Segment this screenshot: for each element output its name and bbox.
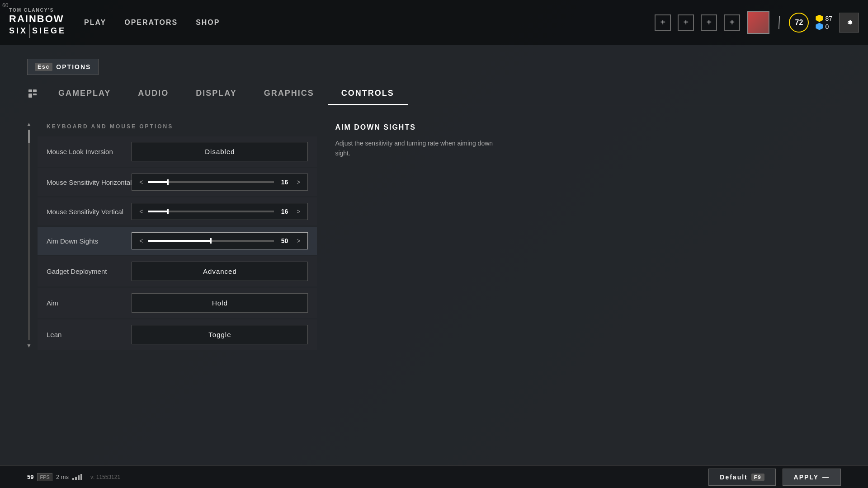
tab-graphics[interactable]: GRAPHICS — [250, 84, 328, 105]
setting-control-aim: Hold — [132, 293, 308, 313]
setting-control-aim-down-sights: < 50 > — [132, 232, 308, 249]
slider-value: 50 — [278, 237, 291, 244]
svg-rect-3 — [33, 94, 37, 95]
slider-fill — [148, 240, 210, 242]
mouse-look-inversion-dropdown[interactable]: Disabled — [132, 142, 308, 161]
r6-credits-icon — [816, 15, 823, 22]
apply-label: APPLY — [794, 474, 819, 481]
slider-fill — [148, 181, 167, 183]
nav-play[interactable]: PLAY — [84, 19, 106, 27]
scroll-track — [28, 130, 30, 340]
tab-audio[interactable]: AUDIO — [124, 84, 182, 105]
controls-icon — [27, 88, 38, 101]
nav-shop[interactable]: SHOP — [196, 19, 220, 27]
tab-gameplay[interactable]: GAMEPLAY — [45, 84, 124, 105]
plus-button-4[interactable]: + — [724, 14, 740, 31]
setting-row-mouse-look-inversion: Mouse Look Inversion Disabled — [38, 136, 317, 167]
slider-track — [148, 211, 274, 212]
plus-button-3[interactable]: + — [701, 14, 717, 31]
tab-navigation: GAMEPLAY AUDIO DISPLAY GRAPHICS CONTROLS — [27, 84, 841, 105]
default-button[interactable]: Default F9 — [708, 469, 775, 486]
nav-links: PLAY OPERATORS SHOP — [84, 19, 220, 27]
avatar[interactable] — [747, 11, 769, 34]
setting-label-aim: Aim — [47, 299, 132, 307]
setting-row-mouse-sensitivity-vertical: Mouse Sensitivity Vertical < 16 > — [38, 197, 317, 225]
options-label: OPTIONS — [56, 63, 91, 70]
default-key-badge: F9 — [751, 474, 764, 481]
setting-row-gadget-deployment: Gadget Deployment Advanced — [38, 256, 317, 286]
ping-bar-3 — [78, 475, 80, 480]
gadget-deployment-dropdown[interactable]: Advanced — [132, 262, 308, 281]
setting-control-mouse-sensitivity-horizontal: < 16 > — [132, 174, 308, 191]
info-text: Adjust the sensitivity and turning rate … — [335, 138, 507, 159]
slider-left-arrow[interactable]: < — [137, 208, 145, 215]
svg-rect-1 — [33, 89, 37, 92]
slider-right-arrow[interactable]: > — [295, 208, 302, 215]
plus-button-1[interactable]: + — [655, 14, 671, 31]
lean-dropdown[interactable]: Toggle — [132, 325, 308, 344]
apply-button[interactable]: APPLY — — [783, 469, 841, 486]
currency-area: 87 0 — [816, 15, 832, 30]
bottom-bar: 59 FPS 2 ms v: 11553121 Default F9 APPLY… — [0, 465, 868, 488]
slider-pip — [167, 209, 169, 214]
tab-display[interactable]: DISPLAY — [182, 84, 250, 105]
ping-bar-2 — [75, 477, 77, 480]
scroll-up-arrow[interactable]: ▲ — [26, 121, 32, 127]
scrollbar[interactable]: ▲ ▼ — [27, 119, 31, 351]
setting-row-mouse-sensitivity-horizontal: Mouse Sensitivity Horizontal < 16 > — [38, 168, 317, 196]
setting-label-lean: Lean — [47, 331, 132, 338]
currency-blue: 0 — [816, 23, 832, 30]
gear-icon — [844, 18, 854, 27]
ping-bar-1 — [72, 478, 74, 480]
logo: TOM CLANCY'S RAINBOW SIX SIEGE — [9, 7, 66, 38]
info-title: AIM DOWN SIGHTS — [335, 123, 507, 131]
scroll-thumb[interactable] — [28, 130, 30, 143]
setting-control-gadget-deployment: Advanced — [132, 262, 308, 281]
slider-value: 16 — [278, 178, 291, 186]
aim-dropdown[interactable]: Hold — [132, 293, 308, 313]
slider-fill — [148, 211, 167, 212]
slider-track — [148, 240, 274, 242]
tab-controls[interactable]: CONTROLS — [328, 84, 408, 105]
setting-control-mouse-sensitivity-vertical: < 16 > — [132, 203, 308, 220]
mouse-sensitivity-horizontal-slider[interactable]: < 16 > — [132, 174, 308, 191]
nav-right: + + + + ╲ 72 87 0 — [655, 11, 859, 34]
level-indicator: 72 — [789, 13, 809, 33]
esc-key-label: Esc — [35, 63, 52, 71]
logo-six-siege: SIX SIEGE — [9, 24, 66, 38]
fps-badge: FPS — [37, 473, 52, 481]
setting-label-mouse-sensitivity-vertical: Mouse Sensitivity Vertical — [47, 208, 132, 216]
fps-display: 59 FPS 2 ms v: 11553121 — [27, 473, 120, 481]
settings-button[interactable] — [839, 13, 859, 33]
slider-pip — [167, 179, 169, 185]
fps-value: 59 — [27, 474, 33, 480]
setting-label-gadget-deployment: Gadget Deployment — [47, 267, 132, 275]
setting-label-mouse-look-inversion: Mouse Look Inversion — [47, 148, 132, 155]
back-button[interactable]: Esc OPTIONS — [27, 59, 99, 75]
top-navigation: TOM CLANCY'S RAINBOW SIX SIEGE PLAY OPER… — [0, 0, 868, 45]
slider-value: 16 — [278, 208, 291, 215]
setting-label-mouse-sensitivity-horizontal: Mouse Sensitivity Horizontal — [47, 178, 132, 186]
setting-row-aim: Aim Hold — [38, 288, 317, 318]
slider-left-arrow[interactable]: < — [137, 178, 145, 186]
frame-counter: 60 — [2, 2, 8, 9]
svg-rect-0 — [28, 89, 32, 92]
nav-operators[interactable]: OPERATORS — [124, 19, 178, 27]
apply-symbol: — — [822, 474, 830, 481]
scroll-down-arrow[interactable]: ▼ — [26, 343, 32, 349]
slider-left-arrow[interactable]: < — [137, 237, 145, 244]
aim-down-sights-slider[interactable]: < 50 > — [132, 232, 308, 249]
settings-list: KEYBOARD AND MOUSE OPTIONS Mouse Look In… — [38, 119, 317, 351]
setting-row-aim-down-sights: Aim Down Sights < 50 > — [38, 227, 317, 255]
mouse-sensitivity-vertical-slider[interactable]: < 16 > — [132, 203, 308, 220]
slider-right-arrow[interactable]: > — [295, 237, 302, 244]
scroll-container: ▲ ▼ KEYBOARD AND MOUSE OPTIONS Mouse Loo… — [27, 119, 317, 351]
default-label: Default — [720, 474, 747, 481]
logo-rainbow: RAINBOW — [9, 14, 66, 24]
slider-right-arrow[interactable]: > — [295, 178, 302, 186]
ping-bar-4 — [80, 474, 82, 480]
plus-button-2[interactable]: + — [678, 14, 694, 31]
setting-label-aim-down-sights: Aim Down Sights — [47, 237, 132, 245]
svg-rect-2 — [28, 94, 32, 98]
version-text: v: 11553121 — [90, 474, 120, 480]
